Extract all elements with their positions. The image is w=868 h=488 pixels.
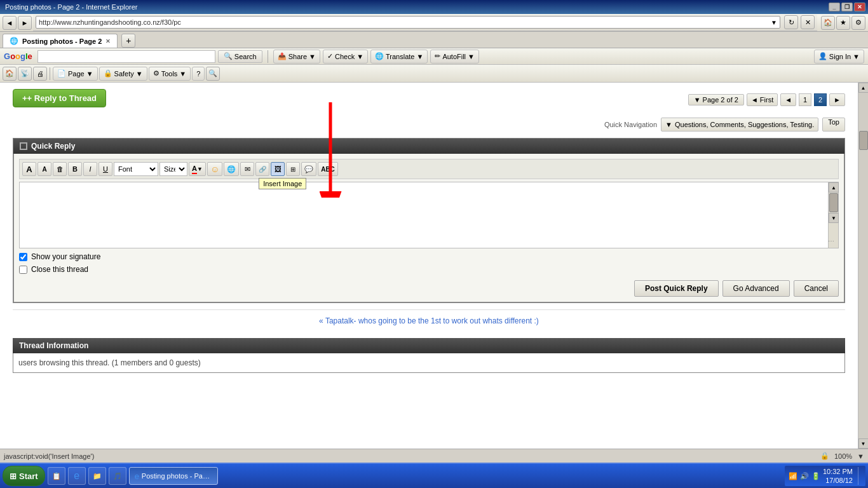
page-info-dropdown[interactable]: ▼ Page 2 of 2 — [688, 94, 744, 105]
dropdown-icon[interactable]: ▼ — [771, 19, 777, 26]
spellcheck-btn[interactable]: ABC — [318, 162, 338, 176]
thread-info-body: users browsing this thread. (1 members a… — [13, 353, 845, 373]
safety-menu-btn[interactable]: 🔒 Safety ▼ — [99, 67, 147, 81]
address-box[interactable]: http://www.nzhuntingandshooting.co.nz/f3… — [36, 16, 780, 29]
refresh-btn[interactable]: ↻ — [784, 15, 798, 29]
font-size-decrease-btn[interactable]: A — [37, 162, 51, 176]
page-dropdown-icon: ▼ — [86, 70, 93, 78]
translate-btn[interactable]: 🌐 Translate ▼ — [370, 50, 428, 64]
new-tab-btn[interactable]: + — [121, 34, 135, 48]
page-scroll-thumb[interactable] — [859, 131, 868, 150]
page-scrollbar[interactable]: ▲ ▼ — [858, 83, 868, 449]
main-content: + + Reply to Thread ▼ Page 2 of 2 ◄ Firs… — [0, 83, 858, 449]
home-btn[interactable]: 🏠 — [821, 16, 835, 30]
editor-wrapper: ▲ ▼ ⋯ — [19, 182, 839, 248]
translate-icon: 🌐 — [375, 52, 384, 60]
page-2-btn[interactable]: 2 — [814, 93, 827, 106]
volume-icon: 🔊 — [800, 472, 809, 480]
insert-url-btn[interactable]: 🔗 — [255, 162, 269, 176]
editor-scroll-thumb[interactable] — [829, 193, 838, 212]
go-advanced-btn[interactable]: Go Advanced — [722, 280, 790, 297]
page-scroll-up-btn[interactable]: ▲ — [858, 83, 869, 93]
ie-taskbar-item[interactable]: e Posting photos - Page 2 — [129, 467, 218, 485]
autofill-dropdown-icon: ▼ — [468, 53, 475, 60]
sign-in-btn[interactable]: 👤 Sign In ▼ — [814, 50, 864, 64]
prev-page-btn[interactable]: ◄ — [780, 93, 796, 106]
autofill-btn[interactable]: ✏ AutoFill ▼ — [430, 50, 479, 64]
insert-link-btn[interactable]: 🌐 — [224, 162, 239, 176]
favorites-btn[interactable]: ★ — [836, 16, 850, 30]
close-thread-checkbox[interactable] — [19, 266, 27, 274]
underline-btn[interactable]: U — [98, 162, 112, 176]
start-btn[interactable]: ⊞ Start — [3, 466, 45, 486]
show-signature-label[interactable]: Show your signature — [31, 252, 100, 261]
nav-bar: ◄ ► http://www.nzhuntingandshooting.co.n… — [0, 14, 868, 32]
font-size-increase-btn[interactable]: A — [22, 162, 36, 176]
forward-btn[interactable]: ► — [18, 16, 32, 30]
back-btn[interactable]: ◄ — [3, 16, 17, 30]
stop-btn[interactable]: ✕ — [801, 15, 815, 29]
font-family-select[interactable]: Font — [114, 162, 158, 176]
tools-btn[interactable]: ⚙ — [851, 16, 865, 30]
first-page-btn[interactable]: ◄ First — [747, 93, 778, 106]
thread-link[interactable]: « Tapatalk- whos going to be the 1st to … — [319, 316, 539, 325]
minimize-btn[interactable]: _ — [829, 3, 840, 11]
page-menu-btn[interactable]: 📄 Page ▼ — [53, 67, 98, 81]
reply-to-thread-btn[interactable]: + + Reply to Thread — [13, 89, 106, 107]
top-btn[interactable]: Top — [822, 118, 845, 132]
font-size-select[interactable]: Size — [159, 162, 187, 176]
reply-textarea[interactable] — [20, 182, 828, 246]
page-scroll-down-btn[interactable]: ▼ — [858, 438, 869, 449]
google-search-box[interactable] — [37, 50, 215, 63]
search-icon: 🔍 — [224, 52, 233, 60]
insert-table-btn[interactable]: ⊞ — [286, 162, 300, 176]
taskbar-folder-icon[interactable]: 📁 — [88, 467, 106, 485]
active-tab[interactable]: 🌐 Posting photos - Page 2 ✕ — [3, 34, 118, 48]
clock: 10:32 PM 17/08/12 — [823, 467, 853, 485]
editor-scroll-track[interactable] — [829, 193, 838, 212]
post-quick-reply-btn[interactable]: Post Quick Reply — [634, 280, 719, 297]
share-btn[interactable]: 📤 Share ▼ — [273, 50, 320, 64]
check-btn[interactable]: ✓ Check ▼ — [323, 50, 368, 64]
font-color-btn[interactable]: A ▼ — [189, 162, 206, 176]
print-icon[interactable]: 🖨 — [33, 67, 47, 81]
show-desktop-btn[interactable] — [858, 467, 862, 485]
insert-image-btn[interactable]: 🖼 Insert Image — [271, 162, 285, 176]
taskbar-media-icon[interactable]: 🎵 — [109, 467, 126, 485]
close-thread-label[interactable]: Close this thread — [31, 265, 88, 274]
editor-scroll-up[interactable]: ▲ — [829, 182, 839, 193]
editor-resize-handle[interactable]: ⋯ — [828, 238, 838, 248]
google-search-btn[interactable]: 🔍 Search — [218, 50, 262, 63]
quick-nav-select[interactable]: ▼ Questions, Comments, Suggestions, Test… — [661, 118, 818, 132]
research-icon[interactable]: 🔍 — [206, 67, 220, 81]
insert-quote-btn[interactable]: 💬 — [301, 162, 316, 176]
insert-email-btn[interactable]: ✉ — [240, 162, 254, 176]
ie-home-icon[interactable]: 🏠 — [3, 67, 17, 81]
system-tray: 📶 🔊 🔋 10:32 PM 17/08/12 — [785, 466, 865, 486]
bold-btn[interactable]: B — [68, 162, 82, 176]
safety-dropdown-icon: ▼ — [136, 70, 143, 78]
tab-close-btn[interactable]: ✕ — [105, 38, 111, 44]
google-search-input[interactable] — [41, 53, 212, 60]
restore-btn[interactable]: ❐ — [841, 3, 853, 11]
show-signature-checkbox[interactable] — [19, 253, 27, 261]
ie-icon: e — [135, 471, 139, 481]
editor-scroll-down[interactable]: ▼ — [829, 213, 839, 223]
taskbar-show-desktop[interactable]: 📋 — [48, 467, 65, 485]
help-btn[interactable]: ? — [192, 67, 205, 81]
next-page-btn[interactable]: ► — [829, 93, 845, 106]
cancel-btn[interactable]: Cancel — [794, 280, 839, 297]
page-1-btn[interactable]: 1 — [799, 93, 811, 106]
close-btn[interactable]: ✕ — [854, 3, 865, 11]
feeds-icon[interactable]: 📡 — [18, 67, 32, 81]
page-scroll-track[interactable] — [858, 93, 868, 438]
italic-btn[interactable]: I — [83, 162, 97, 176]
remove-format-btn[interactable]: 🗑 — [53, 162, 67, 176]
smiley-btn[interactable]: ☺ — [207, 162, 222, 176]
google-toolbar: Google 🔍 Search 📤 Share ▼ ✓ Check ▼ 🌐 Tr… — [0, 48, 868, 65]
content-area: + + Reply to Thread ▼ Page 2 of 2 ◄ Firs… — [0, 83, 868, 449]
tab-icon: 🌐 — [10, 37, 18, 45]
quick-reply-header: Quick Reply — [13, 139, 844, 154]
taskbar-ie-icon[interactable]: e — [68, 467, 86, 485]
tools-menu-btn[interactable]: ⚙ Tools ▼ — [149, 67, 191, 81]
